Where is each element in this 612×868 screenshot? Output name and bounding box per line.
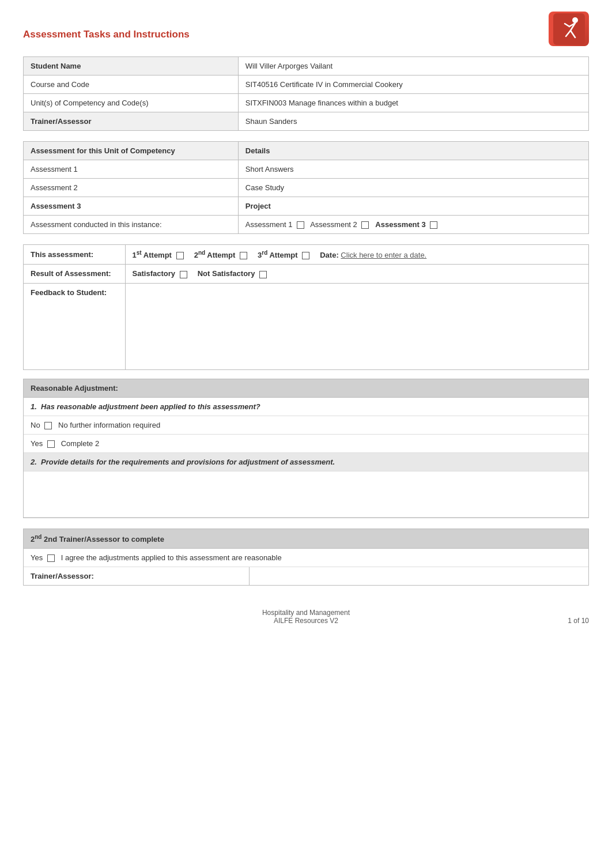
student-value: SIT40516 Certificate IV in Commercial Co… [238,76,588,94]
student-info-table: Student NameWill Viller Arporges Vailant… [23,56,589,131]
competency-col1-header: Assessment for this Unit of Competency [24,142,239,160]
footer-line2: AILFE Resources V2 [81,617,531,625]
student-info-row: Student NameWill Viller Arporges Vailant [24,57,589,76]
competency-value: Case Study [238,179,588,197]
no-checkbox[interactable] [44,422,52,429]
instance-option-2: Assessment 3 [375,220,425,229]
competency-row: Assessment 3Project [24,197,589,216]
trainer-assessor-row: Trainer/Assessor: [24,567,588,585]
attempt-table: This assessment: 1st Attempt 2nd Attempt… [23,244,589,369]
reasonable-adjustment-header: Reasonable Adjustment: [24,379,588,398]
competency-row: Assessment 1Short Answers [24,160,589,179]
student-info-row: Unit(s) of Competency and Code(s)SITXFIN… [24,94,589,112]
yes-option-text: Complete 2 [61,439,99,448]
trainer2-header: 2nd 2nd Trainer/Assessor to complete [24,529,588,549]
student-label: Unit(s) of Competency and Code(s) [24,94,239,112]
logo-icon [549,12,589,46]
student-label: Student Name [24,57,239,76]
trainer2-agree-text: I agree the adjustments applied to this … [61,553,282,562]
trainer2-yes-label: Yes [31,553,43,562]
competency-row: Assessment 2Case Study [24,179,589,197]
trainer2-header-text: 2nd 2nd Trainer/Assessor to complete [31,535,164,544]
attempt-1st-label: 1st Attempt [133,251,184,259]
attempt-2nd-label: 2nd Attempt [194,251,247,259]
question1-row: 1. Has reasonable adjustment been applie… [24,398,588,416]
footer-center: Hospitality and Management AILFE Resourc… [81,609,531,625]
footer-page-info: 1 of 10 [531,617,589,625]
instance-checkbox-0[interactable] [297,221,304,229]
this-assessment-label: This assessment: [24,245,126,265]
competency-table: Assessment for this Unit of CompetencyDe… [23,141,589,234]
feedback-row: Feedback to Student: [24,283,589,369]
conducted-label: Assessment conducted in this instance: [24,216,239,234]
instance-option-1: Assessment 2 [310,220,357,229]
svg-point-1 [572,17,578,23]
page-title: Assessment Tasks and Instructions [23,29,190,40]
instance-checkbox-2[interactable] [430,221,437,229]
student-info-row: Trainer/AssessorShaun Sanders [24,112,589,131]
reasonable-adjustment-section: Reasonable Adjustment: 1. Has reasonable… [23,379,589,518]
instance-checkbox-1[interactable] [361,221,369,229]
student-value: Shaun Sanders [238,112,588,131]
trainer-assessor-value[interactable] [250,567,588,585]
satisfactory-checkbox[interactable] [180,271,187,278]
yes-label: Yes [31,439,43,448]
competency-label: Assessment 1 [24,160,239,179]
footer-line1: Hospitality and Management [81,609,531,617]
result-row: Result of Assessment: Satisfactory Not S… [24,265,589,283]
question1-text: Has reasonable adjustment been applied t… [41,402,260,411]
student-label: Course and Code [24,76,239,94]
result-options-cell: Satisfactory Not Satisfactory [125,265,588,283]
yes-option-row: Yes Complete 2 [24,435,588,453]
date-placeholder[interactable]: Click here to enter a date. [341,251,426,259]
adjustment-details-area[interactable] [24,471,588,518]
attempt-options-cell: 1st Attempt 2nd Attempt 3rd Attempt Date… [125,245,588,265]
student-label: Trainer/Assessor [24,112,239,131]
trainer2-section: 2nd 2nd Trainer/Assessor to complete Yes… [23,529,589,586]
yes-checkbox[interactable] [47,440,55,448]
svg-rect-0 [553,13,585,45]
competency-label: Assessment 2 [24,179,239,197]
attempt-3rd-checkbox[interactable] [302,252,309,259]
attempt-row: This assessment: 1st Attempt 2nd Attempt… [24,245,589,265]
feedback-content-cell [125,283,588,369]
no-option-text: No further information required [58,421,160,429]
competency-value: Project [238,197,588,216]
attempt-3rd-label: 3rd Attempt [258,251,309,259]
footer: Hospitality and Management AILFE Resourc… [23,609,589,625]
instance-option-0: Assessment 1 [245,220,293,229]
trainer2-yes-checkbox[interactable] [47,554,55,562]
not-satisfactory-checkbox[interactable] [259,271,267,278]
header-section: Assessment Tasks and Instructions [23,12,589,46]
attempt-2nd-checkbox[interactable] [240,252,247,259]
competency-header-row: Assessment for this Unit of CompetencyDe… [24,142,589,160]
question2-text: Provide details for the requirements and… [41,458,335,466]
trainer-assessor-label: Trainer/Assessor: [24,567,250,585]
satisfactory-label: Satisfactory [133,269,175,278]
conducted-options: Assessment 1 Assessment 2 Assessment 3 [238,216,588,234]
student-value: Will Viller Arporges Vailant [238,57,588,76]
result-label: Result of Assessment: [24,265,126,283]
student-info-row: Course and CodeSIT40516 Certificate IV i… [24,76,589,94]
competency-value: Short Answers [238,160,588,179]
trainer2-agree-row: Yes I agree the adjustments applied to t… [24,549,588,567]
feedback-label: Feedback to Student: [24,283,126,369]
attempt-1st-checkbox[interactable] [176,252,184,259]
conducted-instance-row: Assessment conducted in this instance:As… [24,216,589,234]
competency-col2-header: Details [238,142,588,160]
not-satisfactory-label: Not Satisfactory [198,269,255,278]
no-label: No [31,421,40,429]
student-value: SITXFIN003 Manage finances within a budg… [238,94,588,112]
date-label: Date: [320,251,339,259]
no-option-row: No No further information required [24,416,588,435]
competency-label: Assessment 3 [24,197,239,216]
question2-row: 2. Provide details for the requirements … [24,453,588,471]
